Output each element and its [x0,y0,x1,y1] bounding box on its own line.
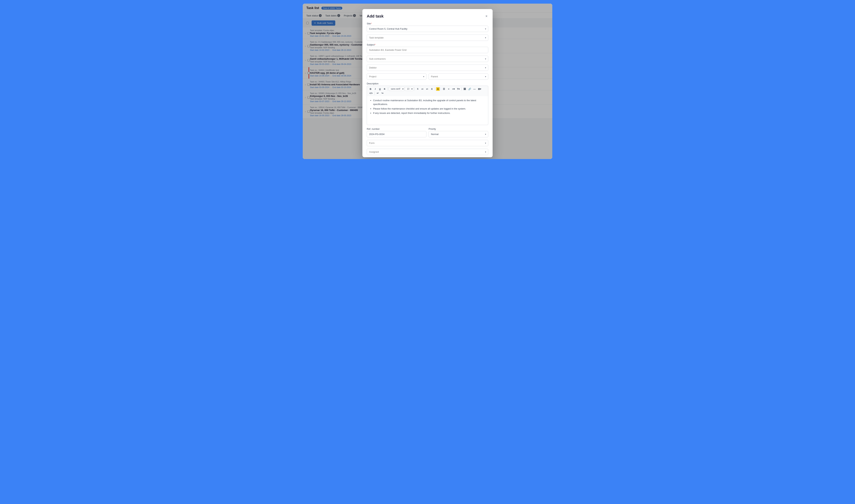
hr-button[interactable]: — [472,87,477,91]
form-input[interactable] [367,140,488,146]
toolbar-separator [461,87,462,91]
debitor-input[interactable] [367,65,488,71]
link-button[interactable]: 🔗 [467,87,472,91]
parent-select-wrapper: ▾ [429,73,488,80]
site-label: Site* [367,22,488,25]
bold-button[interactable]: B [368,87,373,91]
description-content[interactable]: Conduct routine maintenance at Substatio… [367,96,488,125]
project-input[interactable] [367,73,426,80]
priority-select[interactable]: Low Normal High Critical [429,131,488,137]
font-family-select[interactable]: sans-serif [389,87,404,91]
task-template-select-wrapper: ▾ [367,35,488,41]
modal-header: Add task × [367,13,488,19]
undo-button[interactable]: ↩ [376,91,380,95]
form-select-wrapper: ▾ [367,140,488,146]
sub-contractors-input[interactable] [367,56,488,62]
assigned-field-group: ▾ [367,149,488,155]
superscript-button[interactable]: x1 [420,87,424,91]
ref-number-label: Ref. number [367,128,426,130]
ref-priority-row: Ref. number Priority Low Normal High Cri… [367,128,488,140]
description-label: Description [367,82,488,85]
ordered-list-button[interactable]: ≡ [447,87,451,91]
subject-label: Subject* [367,43,488,46]
parent-input[interactable] [429,73,488,80]
task-template-input[interactable] [367,35,488,41]
redo-button[interactable]: ↪ [380,91,385,95]
project-parent-row: ▾ ▾ [367,73,488,82]
subject-field-group: Subject* [367,43,488,53]
assigned-input[interactable] [367,149,488,155]
site-input[interactable] [367,26,488,32]
site-field-group: Site* ▾ [367,22,488,32]
strikethrough-button[interactable]: S [416,87,420,91]
sub-contractors-select-wrapper: ▾ [367,56,488,62]
site-select-wrapper: ▾ [367,26,488,32]
priority-select-wrapper: Low Normal High Critical ▾ [429,131,488,137]
priority-field-group: Priority Low Normal High Critical ▾ [429,128,488,137]
strike-button[interactable]: S̶ [382,87,387,91]
assigned-select-wrapper: ▾ [367,149,488,155]
add-task-modal: Add task × Site* ▾ ▾ [362,9,493,157]
priority-label: Priority [429,128,488,130]
modal-title: Add task [367,14,384,19]
font-size-select[interactable]: 13 [405,87,414,91]
toolbar-separator [374,92,375,95]
description-field-group: Description B I U S̶ sans-serif 13 [367,82,488,125]
project-select-wrapper: ▾ [367,73,426,80]
align-button[interactable]: ≡▾ [451,87,456,91]
highlight-button[interactable]: A [436,87,440,91]
italic-button[interactable]: I [373,87,378,91]
debitor-select-wrapper: ▾ [367,65,488,71]
table-button[interactable]: ⊞▾ [477,87,482,91]
form-field-group: ▾ [367,140,488,146]
task-template-field-group: ▾ [367,35,488,41]
text-format-button[interactable]: T▾ [456,87,460,91]
strike2-button[interactable]: X [430,87,434,91]
ref-number-input[interactable] [367,131,426,137]
subject-input[interactable] [367,47,488,53]
modal-close-button[interactable]: × [485,13,488,19]
description-toolbar: B I U S̶ sans-serif 13 S x1 x1 X [367,86,488,96]
subscript-button[interactable]: x1 [425,87,429,91]
parent-field-group: ▾ [429,73,488,80]
ref-number-field-group: Ref. number [367,128,426,137]
project-field-group: ▾ [367,73,426,80]
debitor-field-group: ▾ [367,65,488,71]
sub-contractors-field-group: ▾ [367,56,488,62]
modal-overlay: Add task × Site* ▾ ▾ [303,4,552,159]
underline-button[interactable]: U [378,87,382,91]
unordered-list-button[interactable]: ☰ [442,87,446,91]
code-button[interactable]: </> [368,91,373,95]
image-button[interactable]: 🖼 [463,87,467,91]
